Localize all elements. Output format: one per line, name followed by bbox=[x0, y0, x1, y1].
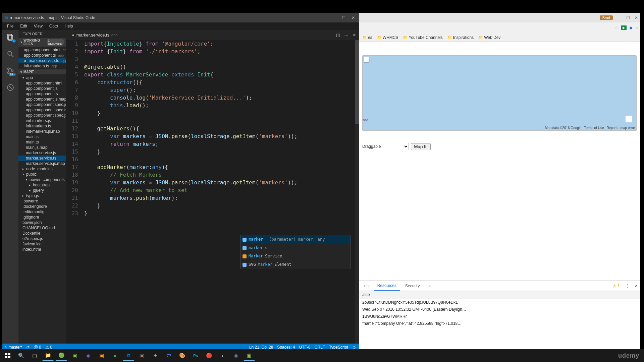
menu-goto[interactable]: Goto bbox=[47, 23, 61, 29]
file-item[interactable]: .gitignore bbox=[18, 215, 66, 220]
indent[interactable]: Spaces: 4 bbox=[277, 345, 295, 350]
file-item[interactable]: app.component.js bbox=[18, 86, 66, 91]
git-icon[interactable]: 99+ bbox=[6, 66, 15, 75]
app-icon-2[interactable]: ◆ bbox=[83, 351, 94, 361]
working-file[interactable]: app.component.tsapp bbox=[18, 53, 66, 58]
working-file[interactable]: app.component.htmlapp bbox=[18, 47, 66, 53]
map-it-button[interactable]: Map It! bbox=[411, 143, 431, 150]
devtools-row[interactable]: 1BWJ6NdZavG7WMRRr bbox=[359, 313, 640, 320]
map-report[interactable]: Report a map error bbox=[607, 126, 635, 130]
search-taskbar-icon[interactable]: 🔍 bbox=[15, 351, 27, 361]
map-terms[interactable]: Terms of Use bbox=[584, 126, 604, 130]
folder-item[interactable]: bower_components bbox=[18, 177, 66, 182]
git-branch[interactable]: ⑂ master* bbox=[5, 345, 22, 350]
close-button[interactable]: ✕ bbox=[352, 15, 355, 20]
start-button[interactable] bbox=[2, 351, 13, 361]
search-icon[interactable] bbox=[6, 49, 15, 59]
file-item[interactable]: marker.service.js bbox=[18, 150, 66, 156]
file-item[interactable]: Dockerfile bbox=[18, 231, 66, 236]
debug-icon[interactable] bbox=[6, 83, 15, 92]
feedback-icon[interactable]: ☺ bbox=[352, 345, 356, 350]
taskview-icon[interactable]: ▢ bbox=[29, 351, 40, 361]
file-item[interactable]: main.js bbox=[18, 134, 66, 139]
file-item[interactable]: index.html bbox=[18, 247, 66, 252]
chrome-taskbar-icon[interactable]: 🟢 bbox=[56, 351, 67, 361]
tab-marker-service[interactable]: ● marker.service.ts app bbox=[68, 33, 121, 38]
folder-item[interactable]: jquery bbox=[18, 188, 66, 193]
idm-icon[interactable]: ▶ bbox=[621, 25, 627, 30]
explorer-taskbar-icon[interactable]: 📁 bbox=[42, 351, 54, 361]
bookmark-item[interactable]: WHMCS bbox=[377, 35, 398, 40]
app-icon[interactable]: ▣ bbox=[69, 351, 80, 361]
app-icon-8[interactable]: 🎨 bbox=[176, 351, 188, 361]
file-item[interactable]: .editorconfig bbox=[18, 209, 66, 215]
file-item[interactable]: init-markers.js bbox=[18, 118, 66, 123]
eol[interactable]: CRLF bbox=[315, 345, 325, 350]
file-item[interactable]: main.js.map bbox=[18, 145, 66, 150]
bookmark-item[interactable]: Inspirations bbox=[447, 35, 474, 40]
pegman-icon[interactable] bbox=[626, 116, 632, 122]
bookmark-item[interactable]: YouTube Channels bbox=[403, 35, 442, 40]
photoshop-icon[interactable]: Ps bbox=[190, 351, 201, 361]
file-item[interactable]: app.component.ts bbox=[18, 91, 66, 97]
intellisense-item[interactable]: marker(parameter) marker: any bbox=[240, 235, 351, 244]
menu-icon[interactable]: ≡ bbox=[635, 25, 638, 30]
working-file[interactable]: init-markers.tsapp bbox=[18, 63, 66, 69]
minimize-button[interactable]: — bbox=[332, 15, 336, 20]
sync-icon[interactable]: ⟳ bbox=[26, 345, 30, 350]
devtools-close-icon[interactable]: ✕ bbox=[635, 284, 638, 288]
folder-item[interactable]: bootstrap bbox=[18, 182, 66, 188]
file-item[interactable]: CHANGELOG.md bbox=[18, 225, 66, 231]
project-header[interactable]: ▾ MAPIT bbox=[18, 69, 66, 74]
devtools-tab-security[interactable]: Security bbox=[402, 282, 423, 290]
working-file[interactable]: ●marker.service.tsapp bbox=[18, 58, 66, 63]
menu-view[interactable]: View bbox=[31, 23, 45, 29]
devtools-warnings[interactable]: ⚠ 1 bbox=[613, 284, 620, 288]
cursor-position[interactable]: Ln 21, Col 28 bbox=[249, 345, 273, 350]
app-icon-10[interactable]: ◉ bbox=[230, 351, 241, 361]
working-files-header[interactable]: ▾ WORKING FILES 1 UNSAVED bbox=[18, 38, 66, 47]
file-item[interactable]: app.component.js.map bbox=[18, 97, 66, 102]
app-icon-3[interactable]: ▣ bbox=[96, 351, 107, 361]
explorer-icon[interactable]: 1 bbox=[6, 33, 15, 42]
menu-edit[interactable]: Edit bbox=[17, 23, 30, 29]
chrome-user-badge[interactable]: Brad bbox=[600, 15, 613, 20]
app-icon-5[interactable]: ▣ bbox=[136, 351, 148, 361]
file-item[interactable]: app.component.spec.ts bbox=[18, 107, 66, 113]
app-icon-7[interactable]: 🛡 bbox=[163, 351, 174, 361]
google-map[interactable]: land Map data ©2016 Google Terms of Use … bbox=[362, 55, 637, 131]
draggable-select[interactable] bbox=[383, 143, 409, 150]
file-item[interactable]: main.ts bbox=[18, 139, 66, 145]
bookmark-item[interactable]: Web Dev bbox=[478, 35, 500, 40]
app-icon-4[interactable]: ● bbox=[109, 351, 121, 361]
file-item[interactable]: init-markers.js.map bbox=[18, 129, 66, 134]
file-item[interactable]: app.component.spec.js... bbox=[18, 113, 66, 118]
app-icon-6[interactable]: ✦ bbox=[150, 351, 161, 361]
file-item[interactable]: init-markers.ts bbox=[18, 123, 66, 129]
menu-help[interactable]: Help bbox=[62, 23, 76, 29]
intellisense-item[interactable]: MarkerService bbox=[240, 252, 351, 260]
file-item[interactable]: e2e-spec.js bbox=[18, 236, 66, 241]
file-item[interactable]: app.component.spec.js bbox=[18, 102, 66, 107]
editor-scrollbar[interactable] bbox=[355, 40, 359, 344]
cmd-icon[interactable]: ▪ bbox=[217, 351, 228, 361]
extension-icon[interactable]: ◆ bbox=[629, 25, 633, 30]
problems-warnings[interactable]: ⚠ 0 bbox=[45, 345, 52, 350]
menu-file[interactable]: File bbox=[4, 23, 16, 29]
devtools-row[interactable]: 2o8scI7CtKnDDNghcxY5e35TdpJUL8B97Q8i40eD… bbox=[359, 299, 640, 306]
devtools-tab-sources[interactable]: es bbox=[361, 282, 372, 290]
folder-item[interactable]: app bbox=[18, 75, 66, 80]
vscode-taskbar-icon[interactable]: ⧉ bbox=[123, 351, 134, 361]
app-icon-11[interactable]: ▣ bbox=[244, 351, 255, 361]
file-item[interactable]: marker.service.js.map bbox=[18, 161, 66, 166]
devtools-tab-more[interactable]: » bbox=[425, 282, 434, 290]
file-item[interactable]: favicon.ico bbox=[18, 241, 66, 247]
bookmark-item[interactable]: es bbox=[362, 35, 372, 40]
folder-item[interactable]: node_modules bbox=[18, 166, 66, 172]
browser-minimize-button[interactable]: — bbox=[618, 15, 622, 20]
file-item[interactable]: bower.json bbox=[18, 220, 66, 225]
folder-item[interactable]: public bbox=[18, 172, 66, 177]
more-icon[interactable]: ⋯ bbox=[344, 33, 348, 38]
close-tab-icon[interactable]: ✕ bbox=[353, 33, 356, 38]
language[interactable]: TypeScript bbox=[329, 345, 348, 350]
